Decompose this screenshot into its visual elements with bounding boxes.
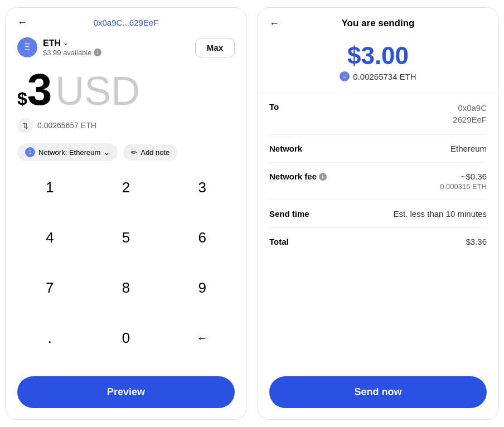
numpad-key-0[interactable]: 0 bbox=[88, 321, 164, 355]
wallet-address[interactable]: 0x0a9C...629EeF bbox=[94, 18, 159, 27]
send-time-row: Send time Est. less than 10 minutes bbox=[269, 200, 487, 228]
numpad-key-9[interactable]: 9 bbox=[164, 270, 240, 305]
numpad-key-2[interactable]: 2 bbox=[88, 170, 164, 205]
left-panel: ← 0x0a9C...629EeF Ξ ETH ⌄ $3.99 availabl… bbox=[6, 7, 246, 420]
token-chevron-icon: ⌄ bbox=[63, 40, 68, 47]
numpad-key-6[interactable]: 6 bbox=[164, 220, 240, 255]
send-amount-eth: Ξ 0.00265734 ETH bbox=[340, 71, 416, 81]
dollar-sign: $ bbox=[17, 89, 27, 109]
numpad: 1 2 3 4 5 6 7 8 9 . 0 ← bbox=[6, 170, 246, 371]
numpad-key-5[interactable]: 5 bbox=[88, 220, 164, 255]
conversion-row: ⇅ 0.00265657 ETH bbox=[6, 114, 246, 140]
fee-eth-value: 0.000315 ETH bbox=[440, 182, 487, 191]
network-row: Network Ethereum bbox=[269, 135, 487, 163]
page-title: You are sending bbox=[342, 18, 415, 29]
numpad-backspace-button[interactable]: ← bbox=[164, 321, 240, 355]
controls-row: Ξ Network: Ethereum ⌄ ✏ Add note bbox=[6, 140, 246, 170]
total-value: $3.36 bbox=[466, 237, 487, 246]
send-eth-value: 0.00265734 ETH bbox=[353, 72, 416, 81]
total-row: Total $3.36 bbox=[269, 228, 487, 255]
fee-row: Network fee i ~$0.36 0.000315 ETH bbox=[269, 163, 487, 200]
add-note-label: Add note bbox=[140, 148, 169, 157]
send-now-button[interactable]: Send now bbox=[269, 376, 487, 408]
numpad-key-1[interactable]: 1 bbox=[12, 170, 88, 205]
numpad-key-8[interactable]: 8 bbox=[88, 270, 164, 305]
eth-icon: Ξ bbox=[17, 37, 37, 57]
network-label: Network: Ethereum bbox=[38, 148, 100, 157]
send-eth-icon: Ξ bbox=[340, 71, 350, 81]
to-address: 0x0a9C 2629EeF bbox=[453, 102, 487, 125]
to-label: To bbox=[269, 102, 279, 111]
token-info: Ξ ETH ⌄ $3.99 available i bbox=[17, 37, 101, 57]
network-chevron-icon: ⌄ bbox=[104, 148, 110, 157]
amount-number: 3 bbox=[27, 67, 52, 112]
network-button[interactable]: Ξ Network: Ethereum ⌄ bbox=[17, 143, 118, 161]
add-note-button[interactable]: ✏ Add note bbox=[123, 144, 177, 161]
send-time-label: Send time bbox=[269, 209, 309, 219]
fee-values: ~$0.36 0.000315 ETH bbox=[440, 172, 487, 191]
token-balance: $3.99 available i bbox=[43, 48, 101, 57]
pencil-icon: ✏ bbox=[131, 148, 137, 157]
back-button-left[interactable]: ← bbox=[17, 17, 27, 28]
send-amount-section: $3.00 Ξ 0.00265734 ETH bbox=[258, 37, 498, 93]
fee-info-icon[interactable]: i bbox=[319, 173, 327, 181]
details-section: To 0x0a9C 2629EeF Network Ethereum Netwo… bbox=[258, 93, 498, 371]
numpad-key-7[interactable]: 7 bbox=[12, 270, 88, 305]
token-row: Ξ ETH ⌄ $3.99 available i Max bbox=[6, 33, 246, 62]
token-symbol: ETH bbox=[43, 38, 61, 48]
swap-icon[interactable]: ⇅ bbox=[17, 118, 33, 133]
numpad-key-4[interactable]: 4 bbox=[12, 220, 88, 255]
to-address-line1: 0x0a9C bbox=[453, 102, 487, 114]
amount-display: $ 3 USD bbox=[6, 62, 246, 114]
send-amount-usd: $3.00 bbox=[347, 42, 409, 69]
to-address-line2: 2629EeF bbox=[453, 114, 487, 125]
numpad-key-dot[interactable]: . bbox=[12, 321, 88, 355]
network-detail-label: Network bbox=[269, 144, 302, 153]
network-detail-value: Ethereum bbox=[450, 144, 487, 153]
to-row: To 0x0a9C 2629EeF bbox=[269, 93, 487, 135]
fee-usd-value: ~$0.36 bbox=[440, 172, 487, 181]
right-header: ← You are sending bbox=[258, 8, 498, 37]
back-button-right[interactable]: ← bbox=[269, 18, 279, 30]
token-selector[interactable]: ETH ⌄ bbox=[43, 38, 101, 48]
max-button[interactable]: Max bbox=[195, 38, 235, 57]
send-time-value: Est. less than 10 minutes bbox=[393, 209, 487, 219]
fee-label: Network fee i bbox=[269, 172, 327, 181]
conversion-text: 0.00265657 ETH bbox=[37, 121, 96, 130]
network-eth-icon: Ξ bbox=[25, 147, 35, 157]
preview-button[interactable]: Preview bbox=[17, 376, 235, 408]
numpad-key-3[interactable]: 3 bbox=[164, 170, 240, 205]
total-label: Total bbox=[269, 237, 289, 246]
token-details: ETH ⌄ $3.99 available i bbox=[43, 38, 101, 57]
balance-info-icon[interactable]: i bbox=[94, 48, 101, 56]
right-panel: ← You are sending $3.00 Ξ 0.00265734 ETH… bbox=[258, 7, 498, 420]
left-header: ← 0x0a9C...629EeF bbox=[6, 8, 246, 33]
amount-currency: USD bbox=[55, 71, 140, 111]
